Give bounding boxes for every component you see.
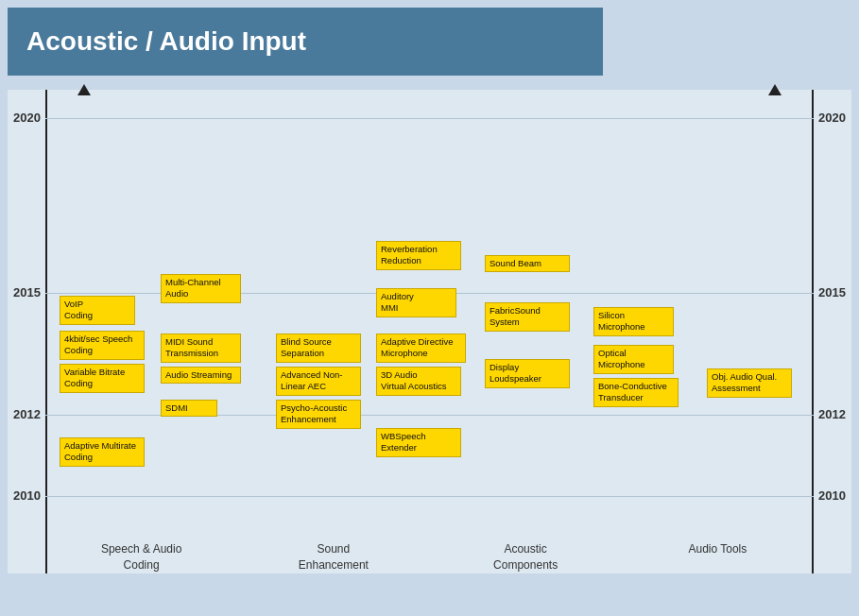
tag-psycho-acoustic: Psycho-AcousticEnhancement: [276, 400, 361, 429]
cat-sound-enhancement: SoundEnhancement: [237, 541, 429, 573]
cat-audio-tools: Audio Tools: [622, 541, 814, 573]
cat-speech-audio: Speech & AudioCoding: [45, 541, 237, 573]
year-2020-left: 2020: [13, 111, 41, 125]
year-2012-left: 2012: [13, 407, 41, 421]
tag-4kbit: 4kbit/sec SpeechCoding: [60, 331, 145, 360]
year-2010-right: 2010: [818, 488, 846, 503]
y-axis-left: [45, 90, 47, 573]
tag-reverberation: ReverberationReduction: [376, 241, 461, 270]
tag-voip: VoIPCoding: [60, 296, 135, 325]
year-2012-right: 2012: [818, 407, 846, 421]
year-2015-right: 2015: [818, 285, 846, 299]
year-2020-right: 2020: [818, 111, 846, 125]
tag-fabric-sound: FabricSoundSystem: [485, 302, 570, 332]
tag-variable-bitrate: Variable BitrateCoding: [60, 364, 145, 393]
gridline-2020: [45, 118, 814, 119]
gridline-2010: [45, 496, 814, 497]
page-title: Acoustic / Audio Input: [26, 26, 306, 57]
tag-adaptive-directive: Adaptive DirectiveMicrophone: [376, 334, 466, 363]
tag-obj-audio: Obj. Audio Qual.Assessment: [707, 368, 792, 398]
tag-auditory-mmi: AuditoryMMI: [376, 288, 456, 317]
arrow-up-left: [77, 84, 91, 95]
tag-sdmi: SDMI: [161, 400, 217, 417]
page-wrapper: Acoustic / Audio Input 2020 2015 2012 20…: [0, 0, 859, 616]
tag-audio-streaming: Audio Streaming: [161, 367, 241, 384]
tag-sound-beam: Sound Beam: [485, 255, 570, 272]
category-labels-row: Speech & AudioCoding SoundEnhancement Ac…: [45, 541, 814, 573]
tag-bone-conductive: Bone-ConductiveTransducer: [593, 378, 679, 407]
tag-wbspeech: WBSpeechExtender: [376, 428, 461, 457]
tag-midi-sound: MIDI SoundTransmission: [161, 334, 241, 363]
tag-blind-source: Blind SourceSeparation: [276, 334, 361, 363]
tag-3d-audio: 3D AudioVirtual Acoustics: [376, 367, 461, 396]
arrow-up-right: [768, 84, 782, 95]
header-bar: Acoustic / Audio Input: [8, 8, 603, 76]
tag-adaptive-multirate: Adaptive MultirateCoding: [60, 437, 145, 467]
y-axis-right: [812, 90, 814, 573]
chart-area: 2020 2015 2012 2010 2020 2015 2012 2010 …: [8, 90, 851, 573]
tag-advanced-non-linear: Advanced Non-Linear AEC: [276, 367, 361, 396]
tag-display-loudspeaker: DisplayLoudspeaker: [485, 359, 570, 388]
year-2010-left: 2010: [13, 488, 41, 503]
cat-acoustic-components: AcousticComponents: [430, 541, 622, 573]
tag-optical-microphone: OpticalMicrophone: [593, 345, 674, 374]
year-2015-left: 2015: [13, 285, 41, 299]
tag-silicon-microphone: SiliconMicrophone: [593, 307, 674, 336]
tag-multi-channel: Multi-ChannelAudio: [161, 274, 241, 303]
